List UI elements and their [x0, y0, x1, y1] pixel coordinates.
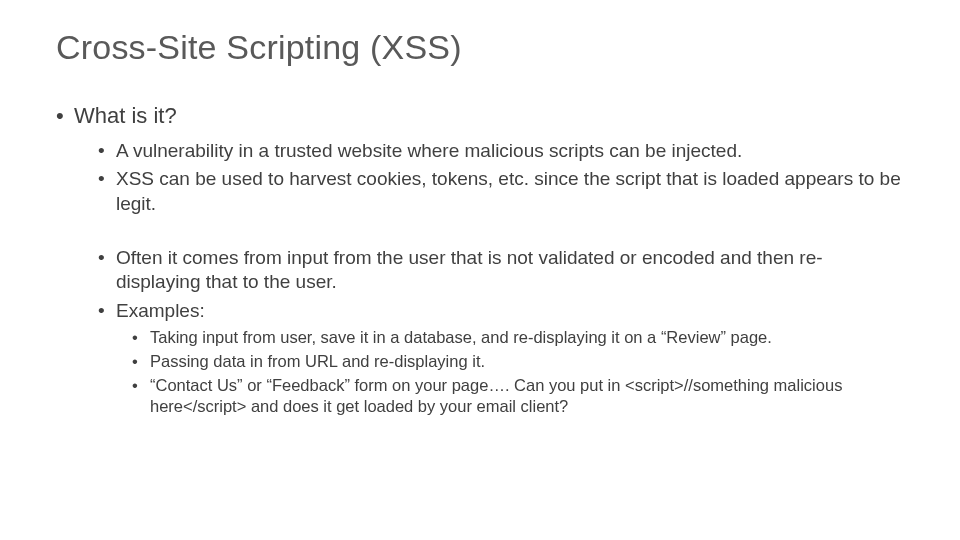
- bullet-level2: Examples:: [56, 299, 904, 323]
- slide-body: Cross-Site Scripting (XSS) What is it? A…: [0, 0, 960, 417]
- spacer: [56, 220, 904, 246]
- bullet-level2: Often it comes from input from the user …: [56, 246, 904, 295]
- slide-title: Cross-Site Scripting (XSS): [56, 28, 904, 67]
- bullet-level3: Taking input from user, save it in a dat…: [56, 327, 904, 348]
- bullet-level3: Passing data in from URL and re-displayi…: [56, 351, 904, 372]
- bullet-level2: A vulnerability in a trusted website whe…: [56, 139, 904, 163]
- bullet-level2: XSS can be used to harvest cookies, toke…: [56, 167, 904, 216]
- bullet-level3: “Contact Us” or “Feedback” form on your …: [56, 375, 904, 417]
- bullet-level1: What is it?: [56, 103, 904, 129]
